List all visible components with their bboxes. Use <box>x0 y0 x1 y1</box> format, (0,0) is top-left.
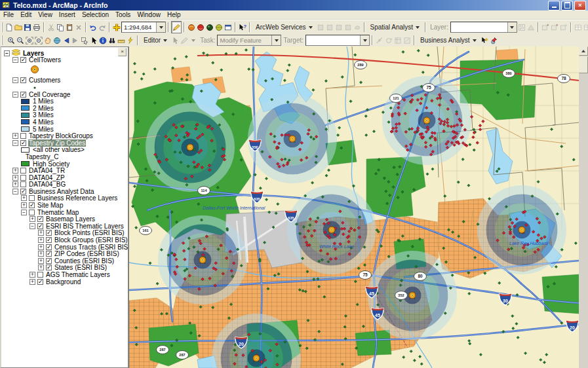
layer-visibility-checkbox[interactable] <box>20 175 26 181</box>
undo-button[interactable] <box>88 22 98 33</box>
contour-tool[interactable] <box>526 22 536 33</box>
layer-visibility-checkbox[interactable] <box>29 210 35 215</box>
legend-swatch[interactable] <box>21 113 29 118</box>
layer-visibility-checkbox[interactable]: ✓ <box>46 237 52 243</box>
whats-this-help-button[interactable]: ? <box>238 22 247 33</box>
layer-visibility-checkbox[interactable]: ✓ <box>46 230 52 236</box>
tool-ball-dark[interactable] <box>205 22 214 33</box>
layer-label[interactable]: 3 Miles <box>32 111 54 119</box>
task-dropdown-arrow[interactable] <box>271 35 281 45</box>
fixed-zoom-out-tool[interactable] <box>34 35 43 46</box>
open-button[interactable] <box>14 22 23 33</box>
cut-button[interactable] <box>47 22 56 33</box>
layer-visibility-checkbox[interactable]: ✓ <box>20 77 26 83</box>
rotate-tool[interactable] <box>384 35 393 46</box>
layer-label[interactable]: DATA04_ZP <box>28 174 66 181</box>
menu-item-tools[interactable]: Tools <box>112 11 134 18</box>
sketch-properties-tool[interactable] <box>402 35 412 46</box>
layer-visibility-checkbox[interactable]: ✓ <box>20 57 26 63</box>
toolbar-grip[interactable] <box>1 22 3 32</box>
layer-label[interactable]: Customers <box>28 77 61 84</box>
expand-plus-icon[interactable]: + <box>38 244 44 250</box>
menu-item-window[interactable]: Window <box>134 11 164 18</box>
layer-label[interactable]: 2 Miles <box>32 105 54 112</box>
layer-label[interactable]: DATA04_TR <box>28 167 66 174</box>
expand-plus-icon[interactable]: + <box>21 195 27 201</box>
layer-label[interactable]: Thematic Map <box>37 209 79 216</box>
collapse-minus-icon[interactable]: − <box>21 210 27 215</box>
viewer-window-button[interactable] <box>224 22 233 33</box>
zoom-out-tool[interactable] <box>16 35 25 46</box>
layer-label[interactable]: ZIP Codes (ESRI BIS) <box>54 250 120 257</box>
measure-tool[interactable] <box>117 35 126 46</box>
menu-item-selection[interactable]: Selection <box>79 11 112 18</box>
layer-visibility-checkbox[interactable]: ✓ <box>46 258 52 264</box>
menu-item-edit[interactable]: Edit <box>17 11 35 18</box>
pan-tool[interactable] <box>43 35 52 46</box>
collapse-minus-icon[interactable]: − <box>4 50 10 56</box>
collapse-minus-icon[interactable]: − <box>12 77 18 83</box>
legend-swatch[interactable] <box>21 147 29 153</box>
layer-label[interactable]: 4 Miles <box>32 119 54 126</box>
grid-tool-2[interactable] <box>583 22 588 33</box>
layer-label[interactable]: 1 Miles <box>32 98 54 105</box>
save-button[interactable] <box>23 22 32 33</box>
expand-plus-icon[interactable]: + <box>12 168 18 174</box>
layer-label[interactable]: Block Groups (ESRI BIS) <box>54 236 128 244</box>
menu-item-view[interactable]: View <box>35 11 56 18</box>
legend-swatch[interactable] <box>21 105 29 111</box>
expand-plus-icon[interactable]: + <box>12 175 18 181</box>
layer-visibility-checkbox[interactable]: ✓ <box>46 244 52 250</box>
legend-swatch[interactable] <box>21 161 29 166</box>
layer-label[interactable]: Business Analyst Data <box>28 188 95 195</box>
layer-label[interactable]: DATA04_BG <box>28 181 66 188</box>
layer-label[interactable]: Counties (ESRI BIS) <box>54 257 115 265</box>
tool-ball-red[interactable] <box>196 22 205 33</box>
expand-plus-icon[interactable]: + <box>38 265 44 270</box>
spatial-analyst-menu[interactable]: Spatial Analyst <box>367 22 423 33</box>
layer-label[interactable]: Block Points (ESRI BIS) <box>54 229 125 236</box>
legend-swatch[interactable] <box>21 126 29 132</box>
zoom-in-tool[interactable] <box>7 35 16 46</box>
business-analyst-menu[interactable]: Business Analyst <box>417 35 480 46</box>
layer-visibility-checkbox[interactable] <box>29 195 35 201</box>
toolbar-grip[interactable] <box>1 35 5 45</box>
collapse-minus-icon[interactable]: − <box>12 92 18 98</box>
layer-visibility-checkbox[interactable] <box>20 168 26 174</box>
full-extent-tool[interactable] <box>52 35 62 46</box>
layer-label[interactable]: Tapestry_C <box>25 153 60 160</box>
layer-label[interactable]: CellTowers <box>28 56 62 64</box>
split-tool[interactable] <box>375 35 384 46</box>
paste-button[interactable] <box>65 22 74 33</box>
grid-tool-1[interactable] <box>574 22 583 33</box>
close-button[interactable]: × <box>574 1 586 10</box>
expand-plus-icon[interactable]: + <box>29 279 35 285</box>
delete-button[interactable] <box>74 22 83 33</box>
collapse-minus-icon[interactable]: − <box>12 140 18 146</box>
layer-label[interactable]: 5 Miles <box>32 126 54 133</box>
attributes-tool[interactable] <box>393 35 402 46</box>
arcweb-tool-2[interactable] <box>325 22 334 33</box>
layer-visibility-checkbox[interactable]: ✓ <box>20 140 26 146</box>
ba-tool-1[interactable] <box>541 22 550 33</box>
menu-item-file[interactable]: File <box>0 11 17 18</box>
hyperlink-tool[interactable] <box>126 35 135 46</box>
expand-plus-icon[interactable]: + <box>38 237 44 243</box>
layer-label[interactable]: Background <box>45 278 81 285</box>
layer-combobox[interactable] <box>450 22 517 33</box>
ba-site-tool[interactable] <box>489 35 498 46</box>
expand-plus-icon[interactable]: + <box>12 133 18 139</box>
restore-button[interactable] <box>561 1 573 10</box>
minimize-button[interactable] <box>548 1 560 10</box>
scale-dropdown-arrow[interactable] <box>156 22 165 32</box>
legend-swatch[interactable] <box>21 99 29 104</box>
select-features-tool[interactable] <box>80 35 89 46</box>
menu-item-help[interactable]: Help <box>164 11 184 18</box>
arcweb-tool-4[interactable] <box>343 22 353 33</box>
copy-button[interactable] <box>56 22 65 33</box>
ba-wizard-tool[interactable] <box>480 35 489 46</box>
layer-label[interactable]: ESRI BIS Thematic Layers <box>45 223 125 230</box>
layer-label[interactable]: Basemap Layers <box>45 215 96 223</box>
layer-visibility-checkbox[interactable]: ✓ <box>37 279 43 285</box>
find-tool[interactable] <box>108 35 117 46</box>
